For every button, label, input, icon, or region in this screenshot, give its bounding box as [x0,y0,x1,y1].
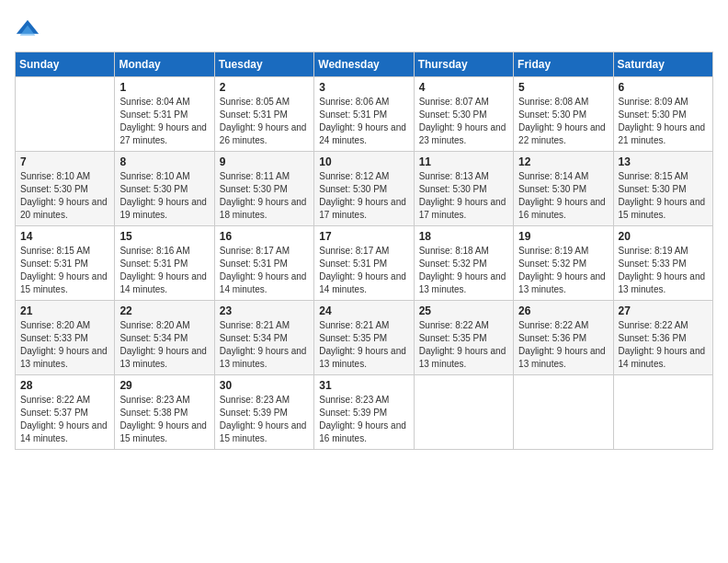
calendar-cell: 8Sunrise: 8:10 AMSunset: 5:30 PMDaylight… [115,152,214,226]
day-number: 9 [220,155,309,168]
day-info: Sunrise: 8:22 AMSunset: 5:36 PMDaylight:… [619,319,708,371]
day-number: 13 [619,155,708,168]
day-number: 28 [20,379,109,392]
calendar-cell: 2Sunrise: 8:05 AMSunset: 5:31 PMDaylight… [214,77,313,152]
calendar-cell: 20Sunrise: 8:19 AMSunset: 5:33 PMDayligh… [613,226,712,301]
day-info: Sunrise: 8:10 AMSunset: 5:30 PMDaylight:… [119,170,209,222]
calendar-cell [514,375,613,450]
calendar-header: SundayMondayTuesdayWednesdayThursdayFrid… [16,52,713,77]
calendar-cell: 18Sunrise: 8:18 AMSunset: 5:32 PMDayligh… [414,226,513,301]
calendar-cell [613,375,712,450]
column-header-saturday: Saturday [613,52,712,77]
day-info: Sunrise: 8:21 AMSunset: 5:34 PMDaylight:… [220,319,309,371]
calendar-cell: 9Sunrise: 8:11 AMSunset: 5:30 PMDaylight… [214,152,313,226]
day-info: Sunrise: 8:23 AMSunset: 5:39 PMDaylight:… [319,394,408,445]
day-info: Sunrise: 8:07 AMSunset: 5:30 PMDaylight:… [419,96,508,147]
day-number: 17 [319,230,408,243]
day-number: 31 [319,379,408,392]
day-info: Sunrise: 8:10 AMSunset: 5:30 PMDaylight:… [20,170,109,222]
day-info: Sunrise: 8:22 AMSunset: 5:36 PMDaylight:… [518,319,608,371]
calendar-cell [414,375,513,450]
day-number: 8 [119,155,209,168]
column-header-friday: Friday [514,52,613,77]
day-number: 2 [220,81,309,94]
calendar-cell: 6Sunrise: 8:09 AMSunset: 5:30 PMDaylight… [613,77,712,152]
day-number: 10 [319,155,408,168]
day-number: 16 [220,230,309,243]
calendar-cell: 1Sunrise: 8:04 AMSunset: 5:31 PMDaylight… [115,77,214,152]
day-number: 19 [518,230,608,243]
day-number: 14 [20,230,109,243]
calendar-cell: 30Sunrise: 8:23 AMSunset: 5:39 PMDayligh… [214,375,313,450]
logo [15,18,44,44]
day-info: Sunrise: 8:08 AMSunset: 5:30 PMDaylight:… [518,96,608,147]
day-info: Sunrise: 8:13 AMSunset: 5:30 PMDaylight:… [419,170,508,222]
calendar-cell: 31Sunrise: 8:23 AMSunset: 5:39 PMDayligh… [314,375,414,450]
day-info: Sunrise: 8:12 AMSunset: 5:30 PMDaylight:… [319,170,408,222]
calendar-cell: 10Sunrise: 8:12 AMSunset: 5:30 PMDayligh… [314,152,414,226]
day-number: 26 [518,304,608,317]
day-number: 12 [518,155,608,168]
day-number: 22 [119,304,209,317]
day-info: Sunrise: 8:20 AMSunset: 5:33 PMDaylight:… [20,319,109,371]
day-number: 6 [619,81,708,94]
column-header-sunday: Sunday [16,52,115,77]
day-info: Sunrise: 8:21 AMSunset: 5:35 PMDaylight:… [319,319,408,371]
day-info: Sunrise: 8:23 AMSunset: 5:38 PMDaylight:… [119,394,209,445]
calendar-cell: 27Sunrise: 8:22 AMSunset: 5:36 PMDayligh… [613,301,712,375]
day-info: Sunrise: 8:23 AMSunset: 5:39 PMDaylight:… [220,394,309,445]
day-number: 29 [119,379,209,392]
day-number: 15 [119,230,209,243]
calendar-cell: 7Sunrise: 8:10 AMSunset: 5:30 PMDaylight… [16,152,115,226]
calendar-cell: 24Sunrise: 8:21 AMSunset: 5:35 PMDayligh… [314,301,414,375]
day-info: Sunrise: 8:20 AMSunset: 5:34 PMDaylight:… [119,319,209,371]
day-info: Sunrise: 8:22 AMSunset: 5:35 PMDaylight:… [419,319,508,371]
calendar-cell: 23Sunrise: 8:21 AMSunset: 5:34 PMDayligh… [214,301,313,375]
calendar-cell: 12Sunrise: 8:14 AMSunset: 5:30 PMDayligh… [514,152,613,226]
day-info: Sunrise: 8:17 AMSunset: 5:31 PMDaylight:… [220,245,309,296]
calendar-cell: 4Sunrise: 8:07 AMSunset: 5:30 PMDaylight… [414,77,513,152]
calendar-cell: 16Sunrise: 8:17 AMSunset: 5:31 PMDayligh… [214,226,313,301]
calendar-cell: 11Sunrise: 8:13 AMSunset: 5:30 PMDayligh… [414,152,513,226]
day-info: Sunrise: 8:16 AMSunset: 5:31 PMDaylight:… [119,245,209,296]
day-number: 21 [20,304,109,317]
day-number: 25 [419,304,508,317]
day-info: Sunrise: 8:09 AMSunset: 5:30 PMDaylight:… [619,96,708,147]
calendar-cell: 28Sunrise: 8:22 AMSunset: 5:37 PMDayligh… [16,375,115,450]
column-header-monday: Monday [115,52,214,77]
calendar-cell: 22Sunrise: 8:20 AMSunset: 5:34 PMDayligh… [115,301,214,375]
calendar-body: 1Sunrise: 8:04 AMSunset: 5:31 PMDaylight… [16,77,713,450]
day-info: Sunrise: 8:15 AMSunset: 5:30 PMDaylight:… [619,170,708,222]
calendar-cell: 26Sunrise: 8:22 AMSunset: 5:36 PMDayligh… [514,301,613,375]
column-header-wednesday: Wednesday [314,52,414,77]
logo-icon [15,18,40,44]
day-number: 3 [319,81,408,94]
calendar-cell: 17Sunrise: 8:17 AMSunset: 5:31 PMDayligh… [314,226,414,301]
day-info: Sunrise: 8:15 AMSunset: 5:31 PMDaylight:… [20,245,109,296]
calendar-cell: 14Sunrise: 8:15 AMSunset: 5:31 PMDayligh… [16,226,115,301]
day-info: Sunrise: 8:11 AMSunset: 5:30 PMDaylight:… [220,170,309,222]
day-number: 24 [319,304,408,317]
day-number: 1 [119,81,209,94]
column-header-thursday: Thursday [414,52,513,77]
day-info: Sunrise: 8:04 AMSunset: 5:31 PMDaylight:… [119,96,209,147]
day-info: Sunrise: 8:14 AMSunset: 5:30 PMDaylight:… [518,170,608,222]
day-number: 7 [20,155,109,168]
calendar-cell: 5Sunrise: 8:08 AMSunset: 5:30 PMDaylight… [514,77,613,152]
day-info: Sunrise: 8:18 AMSunset: 5:32 PMDaylight:… [419,245,508,296]
day-number: 18 [419,230,508,243]
calendar-cell: 19Sunrise: 8:19 AMSunset: 5:32 PMDayligh… [514,226,613,301]
day-number: 20 [619,230,708,243]
calendar-cell: 3Sunrise: 8:06 AMSunset: 5:31 PMDaylight… [314,77,414,152]
calendar-cell: 29Sunrise: 8:23 AMSunset: 5:38 PMDayligh… [115,375,214,450]
day-number: 23 [220,304,309,317]
calendar-cell [16,77,115,152]
day-info: Sunrise: 8:22 AMSunset: 5:37 PMDaylight:… [20,394,109,445]
day-number: 30 [220,379,309,392]
calendar-cell: 21Sunrise: 8:20 AMSunset: 5:33 PMDayligh… [16,301,115,375]
page-header [15,15,713,44]
day-number: 5 [518,81,608,94]
day-info: Sunrise: 8:19 AMSunset: 5:33 PMDaylight:… [619,245,708,296]
calendar-cell: 15Sunrise: 8:16 AMSunset: 5:31 PMDayligh… [115,226,214,301]
day-number: 27 [619,304,708,317]
